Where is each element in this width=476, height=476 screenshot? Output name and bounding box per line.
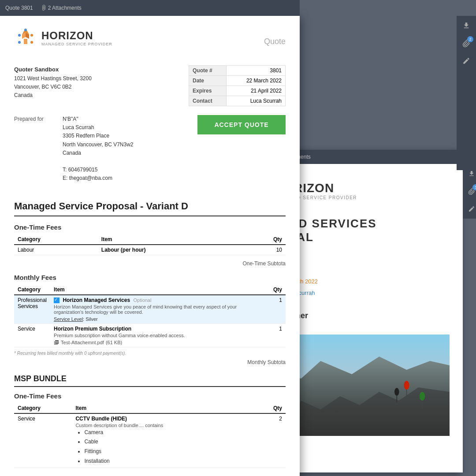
quote-date-value: 22 March 2022 xyxy=(227,76,286,86)
attachment-size: (61 KB) xyxy=(106,340,122,345)
svg-point-27 xyxy=(420,392,425,401)
list-item: Installation xyxy=(84,457,251,466)
msp-row1-item: CCTV Bundle (HIDE) Custom description of… xyxy=(72,413,255,468)
mf-row2-desc: Premium subscription without Gamma voice… xyxy=(54,333,266,338)
msp-col-item: Item xyxy=(72,403,255,413)
right-sidebar-1: 2 xyxy=(457,16,476,170)
logo-subtitle: MANAGED SERVICE PROVIDER xyxy=(41,42,112,46)
msp-col-category: Category xyxy=(14,403,72,413)
svg-point-29 xyxy=(394,388,399,396)
attachment-badge-1: 2 xyxy=(467,36,473,42)
msp-row1-desc: Custom description of bundle.... contain… xyxy=(75,423,251,428)
quote-number-1: Quote 3801 xyxy=(5,5,33,11)
quoter-name: Quoter Sandbox xyxy=(14,66,59,73)
quote-contact-label: Contact xyxy=(189,96,227,106)
mf-col-category: Category xyxy=(14,285,50,295)
monthly-fees-table: Category Item Qty ProfessionalServices H… xyxy=(14,285,286,347)
ot-row1-category: Labour xyxy=(14,245,98,255)
attachment-button-2[interactable]: 3 xyxy=(465,185,476,197)
msp-fees-table: Category Item Qty Service CCTV Bundle (H… xyxy=(14,403,286,468)
mf-row2-item-name: Horizon Premium Subscription xyxy=(54,326,131,332)
svg-point-25 xyxy=(404,381,409,390)
monthly-heading: Monthly Fees xyxy=(14,274,286,281)
quote-expires-value: 21 April 2022 xyxy=(227,86,286,96)
quoter-country: Canada xyxy=(14,92,33,98)
pdf-icon xyxy=(54,340,59,345)
edit-button-1[interactable] xyxy=(460,55,472,67)
ot-col-category: Category xyxy=(14,234,98,245)
quote-number-value: 3801 xyxy=(227,66,286,76)
table-row: Service Horizon Premium Subscription Pre… xyxy=(14,324,286,347)
mf-row2-attachment[interactable]: Test-Attachemnt.pdf (61 KB) xyxy=(54,340,266,345)
ot-col-item: Item xyxy=(98,234,242,245)
mf-row1-item: Horizon Managed Services Optional Horizo… xyxy=(50,295,270,324)
svg-rect-3 xyxy=(24,39,27,44)
accept-quote-button[interactable]: ACCEPT QUOTE xyxy=(197,115,286,134)
quote-contact-value: Luca Scurrah xyxy=(227,96,286,106)
horizon-logo-icon xyxy=(14,26,37,49)
attachment-filename[interactable]: Test-Attachemnt.pdf xyxy=(61,340,104,345)
quote-label: Quote xyxy=(264,37,286,46)
attachment-button-1[interactable]: 2 xyxy=(460,37,472,49)
svg-point-4 xyxy=(18,34,21,37)
ot-row1-qty: 10 xyxy=(241,245,286,255)
list-item: Camera xyxy=(84,428,251,438)
mf-row1-category: ProfessionalServices xyxy=(14,295,50,324)
quote-details-table: Quote # 3801 Date 22 March 2022 Expires … xyxy=(189,65,286,106)
quoter-address1: 1021 West Hastings Street, 3200 xyxy=(14,75,92,82)
prepared-for-details: N'B"A" Luca Scurrah 3305 Redfern Place N… xyxy=(63,115,134,183)
table-row: Service CCTV Bundle (HIDE) Custom descri… xyxy=(14,413,286,468)
msp-row1-qty: 2 xyxy=(255,413,286,468)
svg-point-5 xyxy=(30,34,33,37)
svg-point-6 xyxy=(24,29,27,31)
logo-company-name: HORIZON xyxy=(41,30,112,42)
prepared-for-label: Prepared for xyxy=(14,115,54,183)
mf-row2-category: Service xyxy=(14,324,50,347)
prepared-for-section: Prepared for N'B"A" Luca Scurrah 3305 Re… xyxy=(14,115,134,183)
table-row: Labour Labour (per hour) 10 xyxy=(14,245,286,255)
monthly-subtotal: Monthly Subtota xyxy=(14,357,286,367)
msp-one-time-heading: One-Time Fees xyxy=(14,392,286,400)
main-document-panel: HORIZON MANAGED SERVICE PROVIDER Quote Q… xyxy=(0,16,300,476)
svg-point-8 xyxy=(30,41,33,44)
svg-point-7 xyxy=(18,41,21,44)
mf-col-item: Item xyxy=(50,285,270,295)
one-time-subtotal: One-Time Subtota xyxy=(14,259,286,268)
mf-row1-desc: Horizon Managed Services give you peace … xyxy=(54,304,266,315)
quote-date-label: Date xyxy=(189,76,227,86)
proposal-title: Managed Service Proposal - Variant D xyxy=(14,201,286,216)
mf-col-qty: Qty xyxy=(270,285,286,295)
right-sidebar-2: 3 xyxy=(463,164,476,219)
top-bar-1: Quote 3801 2 Attachments xyxy=(0,0,300,16)
mf-row1-qty: 1 xyxy=(270,295,286,324)
address-quote-row: Quoter Sandbox 1021 West Hastings Street… xyxy=(14,65,286,106)
table-row: ProfessionalServices Horizon Managed Ser… xyxy=(14,295,286,324)
quote-number-label: Quote # xyxy=(189,66,227,76)
list-item: Cable xyxy=(84,437,251,447)
quoter-address: Quoter Sandbox 1021 West Hastings Street… xyxy=(14,65,92,106)
mf-row1-item-name: Horizon Managed Services xyxy=(63,297,130,303)
ot-row1-item: Labour (per hour) xyxy=(98,245,242,255)
mf-row1-service-level: Service Level: Silver xyxy=(54,316,266,322)
msp-col-qty: Qty xyxy=(255,403,286,413)
attachment-count-1: 2 Attachments xyxy=(48,5,82,11)
one-time-fees-table: Category Item Qty Labour Labour (per hou… xyxy=(14,234,286,255)
msp-row1-category: Service xyxy=(14,413,72,468)
paperclip-icon-1 xyxy=(40,5,46,11)
download-button-1[interactable] xyxy=(460,19,472,32)
optional-checkbox[interactable] xyxy=(54,298,60,303)
mf-row2-qty: 1 xyxy=(270,324,286,347)
msp-bundle-heading: MSP BUNDLE xyxy=(14,374,286,387)
attachment-info-1: 2 Attachments xyxy=(40,5,82,11)
attachment-badge-2: 3 xyxy=(472,184,476,190)
one-time-heading: One-Time Fees xyxy=(14,223,286,231)
msp-row1-bullets: Camera Cable Fittings Installation xyxy=(75,428,251,466)
mf-row2-item: Horizon Premium Subscription Premium sub… xyxy=(50,324,270,347)
quoter-address2: Vancouver, BC V6C 0B2 xyxy=(14,84,72,90)
edit-button-2[interactable] xyxy=(465,203,476,215)
recurring-note: * Recurring fees billed monthly with 0 u… xyxy=(14,351,286,356)
mf-row1-optional: Optional xyxy=(133,298,151,303)
quote-expires-label: Expires xyxy=(189,86,227,96)
msp-row1-item-name: CCTV Bundle (HIDE) xyxy=(75,416,127,422)
logo-area: HORIZON MANAGED SERVICE PROVIDER xyxy=(14,26,112,49)
